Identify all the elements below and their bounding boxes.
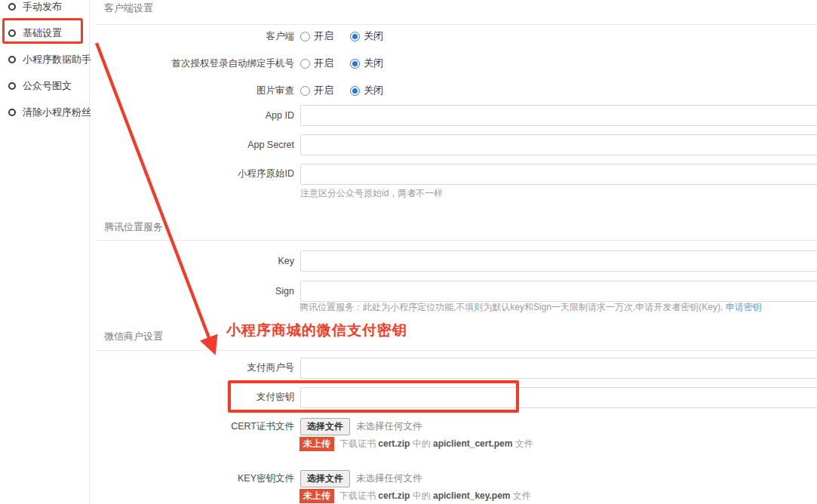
circle-bullet-icon [8,56,16,63]
key-file-hint: 下载证书 cert.zip 中的 apiclient_key.pem 文件 [339,490,531,502]
form-row-app-secret: App Secret [90,134,817,155]
sidebar: 手动发布 基础设置 小程序数据助手 公众号图文 清除小程序粉丝 [0,0,90,504]
pay-secret-label: 支付密钥 [90,386,294,408]
form-row-app-id: App ID [90,104,817,126]
radio-checked-icon [350,59,360,69]
sidebar-item-official-articles[interactable]: 公众号图文 [0,72,89,99]
sidebar-item-basic-settings[interactable]: 基础设置 [0,20,89,46]
circle-bullet-icon [8,82,16,90]
app-id-input[interactable] [300,105,817,126]
apply-key-link[interactable]: 申请密钥 [726,302,762,312]
form-row-original-id: 小程序原始ID [90,163,817,185]
radio-unchecked-icon [300,86,310,96]
circle-bullet-icon [8,3,16,11]
radio-on-label: 开启 [314,84,333,97]
key-choose-file-button[interactable]: 选择文件 [300,470,350,487]
cert-choose-file-button[interactable]: 选择文件 [300,418,350,435]
form-row-image-review: 图片审查 开启 关闭 [90,84,817,97]
form-row-sign: Sign [90,280,817,302]
form-row-bind-phone: 首次授权登录自动绑定手机号 开启 关闭 [90,57,817,70]
key-file-label: KEY密钥文件 [90,469,294,487]
section-title-tencent-location: 腾讯位置服务 [104,220,163,234]
radio-option-off[interactable]: 关闭 [350,29,383,43]
image-review-radios: 开启 关闭 [300,84,817,97]
form-row-client-switch: 客户端 开启 关闭 [90,29,817,43]
form-row-key-file: KEY密钥文件 选择文件 未选择任何文件 [90,469,817,487]
bind-phone-label: 首次授权登录自动绑定手机号 [90,57,294,70]
sidebar-item-label: 小程序数据助手 [23,53,91,66]
sign-label: Sign [90,280,294,302]
cert-upload-status-row: 未上传 下载证书 cert.zip 中的 apiclient_cert.pem … [299,437,533,451]
sidebar-item-data-assistant[interactable]: 小程序数据助手 [0,46,89,72]
image-review-label: 图片审查 [90,84,294,97]
radio-on-label: 开启 [314,57,333,70]
sidebar-item-clear-fans[interactable]: 清除小程序粉丝 [0,99,89,125]
original-id-hint: 注意区分公众号原始id，两者不一样 [300,187,443,200]
key-hint-suffix: 文件 [511,490,531,501]
radio-option-off[interactable]: 关闭 [350,57,383,70]
sidebar-item-label: 公众号图文 [23,79,72,93]
sign-input[interactable] [300,281,817,302]
radio-checked-icon [350,86,360,96]
cert-not-uploaded-badge: 未上传 [299,437,334,451]
form-row-cert-file: CERT证书文件 选择文件 未选择任何文件 [90,417,817,435]
radio-off-label: 关闭 [364,29,383,43]
key-hint-prefix: 下载证书 [339,490,378,501]
key-hint-mid: 中的 [410,490,433,501]
cert-hint-zip-name: cert.zip [378,438,410,449]
form-row-pay-merchant-id: 支付商户号 [90,357,817,379]
key-not-uploaded-badge: 未上传 [299,489,334,503]
radio-option-on[interactable]: 开启 [300,84,333,97]
radio-on-label: 开启 [314,29,333,43]
cert-hint-mid: 中的 [410,438,433,449]
form-row-key: Key [90,250,817,272]
key-hint-pem-name: apiclient_key.pem [433,490,511,501]
settings-page: 手动发布 基础设置 小程序数据助手 公众号图文 清除小程序粉丝 客户端设置 客 [0,0,817,504]
radio-checked-icon [350,32,360,41]
pay-merchant-input[interactable] [300,358,817,379]
annotation-payment-note: 小程序商城的微信支付密钥 [226,321,407,340]
circle-bullet-icon [8,29,16,37]
sidebar-menu: 手动发布 基础设置 小程序数据助手 公众号图文 清除小程序粉丝 [0,0,89,125]
radio-option-off[interactable]: 关闭 [350,84,383,97]
cert-hint-suffix: 文件 [512,438,533,449]
key-input[interactable] [300,250,817,272]
radio-option-on[interactable]: 开启 [300,29,333,43]
app-id-label: App ID [90,104,294,126]
sidebar-item-manual-publish[interactable]: 手动发布 [0,0,89,20]
client-switch-radios: 开启 关闭 [300,29,817,43]
key-hint-zip-name: cert.zip [378,490,410,501]
key-label: Key [90,250,294,272]
cert-file-hint: 下载证书 cert.zip 中的 apiclient_cert.pem 文件 [339,438,533,450]
key-upload-status-row: 未上传 下载证书 cert.zip 中的 apiclient_key.pem 文… [299,489,531,503]
circle-bullet-icon [8,109,16,116]
form-row-pay-secret: 支付密钥 [90,386,817,408]
sidebar-item-label: 手动发布 [23,0,62,14]
app-secret-input[interactable] [300,134,817,155]
section-title-client-settings: 客户端设置 [104,2,153,15]
client-switch-label: 客户端 [90,29,294,43]
radio-off-label: 关闭 [364,57,383,70]
section-title-wechat-merchant: 微信商户设置 [104,330,163,343]
radio-unchecked-icon [300,32,310,41]
radio-off-label: 关闭 [364,84,383,97]
bind-phone-radios: 开启 关闭 [300,57,817,70]
original-id-label: 小程序原始ID [90,163,294,185]
app-secret-label: App Secret [90,134,294,155]
key-no-file-text: 未选择任何文件 [356,472,422,485]
cert-no-file-text: 未选择任何文件 [356,420,422,433]
sidebar-item-label: 基础设置 [23,26,62,40]
section-divider [97,350,817,351]
sign-hint-text: 腾讯位置服务：此处为小程序定位功能,不填则为默认key和Sign一天限制请求一万… [299,302,726,312]
cert-hint-prefix: 下载证书 [339,438,378,449]
original-id-input[interactable] [300,164,817,185]
radio-unchecked-icon [300,59,310,69]
sign-hint: 腾讯位置服务：此处为小程序定位功能,不填则为默认key和Sign一天限制请求一万… [299,301,762,314]
section-divider [97,240,817,241]
pay-merchant-label: 支付商户号 [90,357,294,379]
sidebar-item-label: 清除小程序粉丝 [23,106,91,119]
radio-option-on[interactable]: 开启 [300,57,333,70]
section-divider [97,24,817,25]
cert-hint-pem-name: apiclient_cert.pem [433,438,512,449]
pay-secret-input[interactable] [300,387,817,408]
